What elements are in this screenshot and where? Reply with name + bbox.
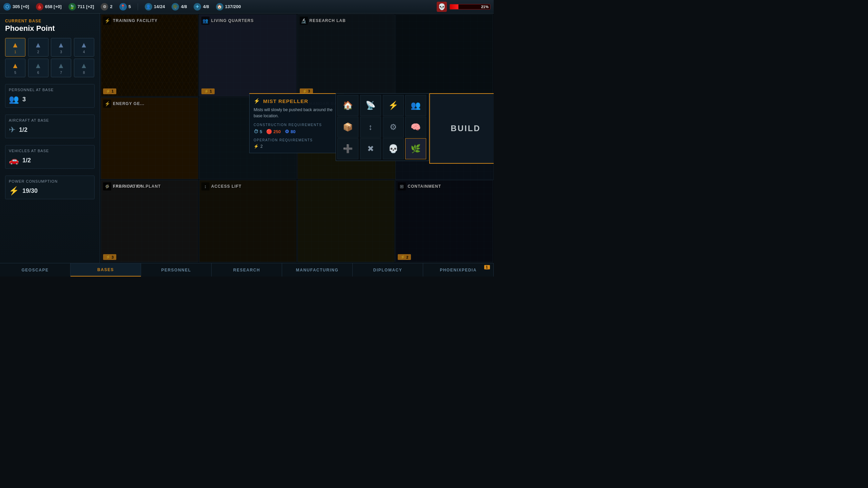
build-icon-grid: 🏠 📡 ⚡ 👥 📦 ↕ ⚙ 🧠 ➕ ✖ 💀 🌿 — [336, 93, 429, 161]
personnel-stat: PERSONNEL AT BASE 👥 3 — [5, 84, 95, 108]
base-slot-6[interactable]: ▲ 6 — [28, 59, 48, 77]
base-slot-8[interactable]: ▲ 8 — [74, 59, 94, 77]
resource1-icon: ⬡ — [3, 3, 11, 11]
personnel-stat-label: PERSONNEL AT BASE — [9, 88, 91, 92]
aircraft-stat-icon: ✈ — [9, 125, 16, 135]
slot3-num: 3 — [60, 50, 62, 54]
top-bar: ⬡ 305 [+0] 🩸 658 [+0] 🍃 711 [+2] ⚙ 2 📍 5… — [0, 0, 494, 14]
nav-personnel-label: PERSONNEL — [161, 268, 191, 272]
bottom-nav: GEOSCAPE BASES PERSONNEL RESEARCH MANUFA… — [0, 263, 494, 277]
build-icon-antenna[interactable]: 📡 — [360, 95, 381, 116]
build-icon-house[interactable]: 🏠 — [337, 95, 358, 116]
resource2-value: 658 [+0] — [45, 4, 62, 9]
slot1-icon: ▲ — [12, 41, 19, 49]
nav-diplomacy-label: DIPLOMACY — [373, 268, 402, 272]
base-name: Phoenix Point — [5, 24, 95, 33]
build-icon-mist[interactable]: 🌿 — [405, 138, 426, 159]
phoenixpedia-badge: 1 — [484, 265, 490, 269]
slot4-num: 4 — [83, 50, 85, 54]
stat-storage[interactable]: 🏠 137/200 — [216, 3, 241, 11]
base-slot-4[interactable]: ▲ 4 — [74, 38, 94, 57]
personnel-stat-icon: 👥 — [9, 95, 19, 104]
tech-req-icon: ⚙ — [285, 129, 289, 134]
slot5-num: 5 — [14, 71, 16, 75]
tech-requirement: ⚙ 80 — [285, 129, 295, 134]
slot6-icon: ▲ — [35, 61, 42, 70]
nav-manufacturing[interactable]: MANUFACTURING — [282, 263, 353, 277]
storage-icon: 🏠 — [216, 3, 223, 11]
base-slot-1[interactable]: ▲ 1 — [5, 38, 25, 57]
skull-icon: 💀 — [437, 2, 447, 12]
mist-repeller-popup: ⚡ MIST REPELLER Mists will slowly be pus… — [249, 93, 344, 153]
slot1-num: 1 — [14, 50, 16, 54]
stat-aircraft[interactable]: ✈ 4/8 — [194, 3, 209, 11]
vehicles-stat-row: 🚗 1/2 — [9, 156, 91, 165]
nav-geoscape[interactable]: GEOSCAPE — [0, 263, 71, 277]
power-stat-row: ⚡ 19/30 — [9, 186, 91, 196]
slot2-icon: ▲ — [35, 41, 42, 49]
stat-personnel[interactable]: 👤 14/24 — [145, 3, 165, 11]
health-fill — [450, 4, 458, 9]
build-button[interactable]: BUILD — [429, 93, 494, 164]
build-icon-storage[interactable]: 📦 — [337, 117, 358, 138]
vehicles-stat-label: VEHICLES AT BASE — [9, 149, 91, 153]
nav-geoscape-label: GEOSCAPE — [21, 268, 48, 272]
stat-location[interactable]: 📍 5 — [119, 3, 131, 11]
bio-value: 250 — [273, 129, 281, 134]
aircraft-stat-row: ✈ 1/2 — [9, 125, 91, 135]
build-icon-people[interactable]: 👥 — [405, 95, 426, 116]
build-icon-energy[interactable]: ⚡ — [383, 95, 404, 116]
build-icon-medical[interactable]: ➕ — [337, 138, 358, 159]
soldiers-value: 4/8 — [181, 4, 187, 9]
build-icon-brain[interactable]: 🧠 — [405, 117, 426, 138]
build-btn-label: BUILD — [451, 124, 480, 133]
nav-bases-label: BASES — [97, 267, 114, 272]
current-base-label: CURRENT BASE — [5, 19, 95, 23]
sidebar: CURRENT BASE Phoenix Point ▲ 1 ▲ 2 ▲ 3 ▲… — [0, 14, 100, 263]
aircraft-icon: ✈ — [194, 3, 201, 11]
nav-bases[interactable]: BASES — [71, 263, 141, 277]
aircraft-stat-label: AIRCRAFT AT BASE — [9, 118, 91, 122]
popup-title-text: MIST REPELLER — [263, 98, 308, 104]
vehicles-stat-icon: 🚗 — [9, 156, 19, 165]
slot5-icon: ▲ — [12, 61, 19, 70]
bio-requirement: 🔴 250 — [266, 129, 281, 134]
base-slot-7[interactable]: ▲ 7 — [51, 59, 71, 77]
build-icon-elevator[interactable]: ↕ — [360, 117, 381, 138]
slot7-icon: ▲ — [57, 61, 65, 70]
bio-icon: 🔴 — [266, 129, 272, 134]
stat-resources-1[interactable]: ⬡ 305 [+0] — [3, 3, 29, 11]
soldiers-icon: 🪖 — [172, 3, 179, 11]
tech-req-value: 80 — [291, 129, 295, 134]
nav-research-label: RESEARCH — [233, 268, 260, 272]
stat-soldiers[interactable]: 🪖 4/8 — [172, 3, 187, 11]
resource3-value: 711 [+2] — [78, 4, 94, 9]
stat-resources-3[interactable]: 🍃 711 [+2] — [68, 3, 94, 11]
location-value: 5 — [129, 4, 131, 9]
nav-personnel[interactable]: PERSONNEL — [141, 263, 212, 277]
health-bar: 21% — [450, 4, 490, 9]
slot3-icon: ▲ — [57, 41, 65, 49]
nav-phoenixpedia[interactable]: PHOENIXPEDIA 1 — [423, 263, 494, 277]
aircraft-stat-value: 1/2 — [19, 126, 27, 134]
time-value: 5 — [260, 129, 262, 134]
facility-area: ⚡ TRAINING FACILITY ⚡ 1 👥 LIVING QUARTER… — [100, 14, 494, 263]
base-slot-5[interactable]: ▲ 5 — [5, 59, 25, 77]
popup-description: Mists will slowly be pushed back around … — [254, 107, 340, 119]
faction-health: 💀 21% — [437, 2, 490, 12]
build-icon-gear[interactable]: ⚙ — [383, 117, 404, 138]
nav-research[interactable]: RESEARCH — [212, 263, 282, 277]
base-slot-3[interactable]: ▲ 3 — [51, 38, 71, 57]
base-slot-2[interactable]: ▲ 2 — [28, 38, 48, 57]
stat-tech[interactable]: ⚙ 2 — [101, 3, 112, 11]
nav-diplomacy[interactable]: DIPLOMACY — [353, 263, 423, 277]
stat-resources-2[interactable]: 🩸 658 [+0] — [36, 3, 62, 11]
aircraft-value: 4/8 — [203, 4, 209, 9]
nav-phoenixpedia-label: PHOENIXPEDIA — [440, 268, 477, 272]
power-stat: POWER CONSUMPTION ⚡ 19/30 — [5, 176, 95, 199]
popup-title-icon: ⚡ — [254, 98, 260, 104]
build-icon-crossed[interactable]: ✖ — [360, 138, 381, 159]
build-icon-skull[interactable]: 💀 — [383, 138, 404, 159]
base-slot-grid: ▲ 1 ▲ 2 ▲ 3 ▲ 4 ▲ 5 ▲ 6 — [5, 38, 95, 77]
slot8-num: 8 — [83, 71, 85, 75]
